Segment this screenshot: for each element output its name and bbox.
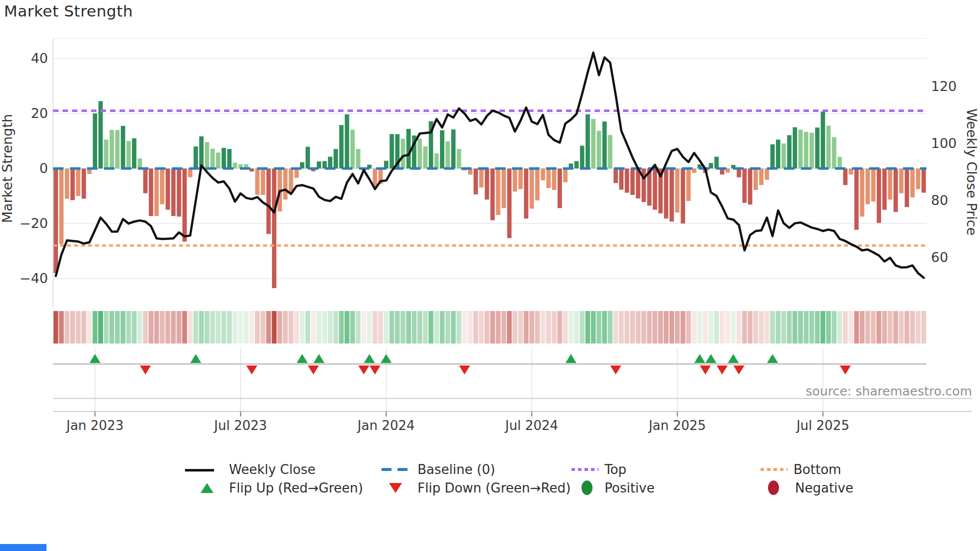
strength-bar (782, 144, 786, 168)
strength-bar (563, 168, 568, 182)
strength-bar (496, 168, 500, 215)
strength-bar (742, 168, 747, 203)
x-tick-label: Jul 2025 (796, 418, 850, 433)
x-tick-label: Jul 2024 (504, 418, 558, 433)
strength-bar (776, 140, 780, 168)
heatmap-cell (552, 311, 556, 344)
heatmap-cell (686, 311, 691, 344)
heatmap-cell (283, 311, 288, 344)
strength-bar (294, 168, 299, 178)
heatmap-cell (848, 311, 854, 344)
heatmap-cell (462, 311, 467, 344)
strength-bar (530, 168, 534, 208)
strength-bar (535, 168, 540, 200)
heatmap-cell (826, 311, 831, 344)
strength-bar (406, 129, 411, 168)
strength-bar (882, 168, 887, 210)
strength-bar (580, 146, 584, 168)
heatmap-cell (916, 311, 920, 344)
heatmap-cell (675, 311, 680, 344)
heatmap-cell (148, 311, 154, 344)
heatmap-cell (288, 311, 294, 344)
heatmap-cell (378, 311, 383, 344)
strength-bar (390, 134, 394, 168)
strength-bar (888, 168, 892, 200)
heatmap-cell (115, 311, 120, 344)
strength-bar (115, 130, 120, 168)
heatmap-cell (910, 311, 915, 344)
strength-bar (922, 168, 926, 192)
heatmap-cell (512, 311, 518, 344)
heatmap-cell (70, 311, 75, 344)
x-tick-label: Jan 2024 (356, 418, 415, 433)
heatmap-cell (362, 311, 366, 344)
positive-dot-icon (582, 480, 592, 495)
strength-bar (916, 168, 920, 189)
strength-bar (820, 112, 825, 168)
heatmap-cell (423, 311, 428, 344)
strength-bar (619, 168, 624, 190)
strength-bar (754, 168, 758, 190)
heatmap-cell (440, 311, 444, 344)
heatmap-cell (843, 311, 848, 344)
heatmap-cell (255, 311, 260, 344)
heatmap-cell (698, 311, 702, 344)
strength-bar (132, 138, 136, 169)
heatmap-cell (210, 311, 215, 344)
heatmap-cell (876, 311, 882, 344)
bottom-left-blue-strip (0, 544, 46, 551)
strength-bar (104, 140, 108, 168)
heatmap-cell (176, 311, 182, 344)
strength-bar (714, 156, 719, 168)
heatmap-cell (726, 311, 730, 344)
x-tick-label: Jan 2023 (66, 418, 124, 433)
heatmap-cell (367, 311, 372, 344)
heatmap-cell (306, 311, 310, 344)
heatmap-cell (171, 311, 176, 344)
strength-bar (216, 152, 220, 168)
heatmap-cell (922, 311, 926, 344)
heatmap-cell (832, 311, 836, 344)
strength-bar (871, 168, 876, 202)
flip-down-marker (370, 366, 380, 374)
strength-bar (630, 168, 635, 195)
heatmap-cell (484, 311, 490, 344)
flip-up-marker (767, 354, 778, 363)
heatmap-cell (428, 311, 434, 344)
heatmap-cell (328, 311, 333, 344)
strength-bar (652, 168, 657, 210)
heatmap-cell (98, 311, 103, 344)
heatmap-cell (110, 311, 114, 344)
y-tick-label: 0 (40, 160, 48, 176)
strength-bar (586, 114, 590, 168)
x-tick-label: Jan 2025 (648, 418, 706, 433)
strength-bar (457, 149, 462, 168)
strength-bar (608, 135, 612, 168)
flip-down-marker (734, 366, 744, 374)
heatmap-cell (272, 311, 277, 344)
strength-bar (93, 114, 98, 168)
strength-bar (748, 168, 752, 204)
heatmap-cell (322, 311, 327, 344)
heatmap-cell (372, 311, 378, 344)
heatmap-cell (160, 311, 165, 344)
heatmap-cell (54, 311, 58, 344)
y-tick-label: −40 (20, 270, 48, 286)
strength-bar (65, 168, 70, 199)
heatmap-cell (574, 311, 579, 344)
heatmap-cell (904, 311, 910, 344)
y2-tick-label: 100 (931, 136, 957, 151)
y2-tick-label: 80 (931, 192, 948, 208)
heatmap-cell (624, 311, 630, 344)
heatmap-cell (820, 311, 826, 344)
heatmap-cell (507, 311, 512, 344)
strength-bar (261, 168, 266, 195)
heatmap-cell (199, 311, 204, 344)
heatmap-cell (792, 311, 798, 344)
strength-bar (272, 168, 276, 288)
heatmap-cell (580, 311, 584, 344)
heatmap-cell (82, 311, 86, 344)
heatmap-cell (614, 311, 618, 344)
heatmap-cell (776, 311, 780, 344)
heatmap-cell (182, 311, 187, 344)
